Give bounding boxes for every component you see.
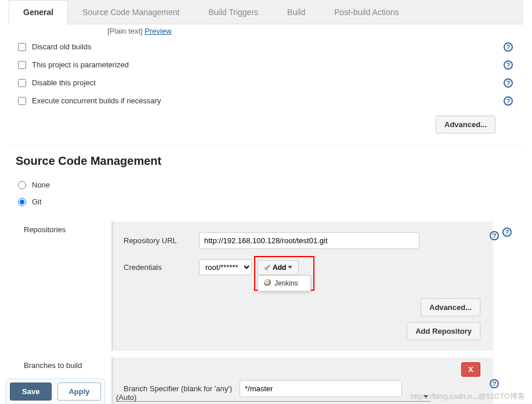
auto-select-visible[interactable]: (Auto)	[116, 393, 136, 402]
credentials-row: Credentials root/****** Add	[124, 259, 483, 275]
repo-url-label: Repository URL	[124, 236, 199, 245]
help-icon[interactable]: ?	[504, 60, 513, 70]
option-discard-old-builds: Discard old builds ?	[9, 38, 523, 56]
scm-none-radio[interactable]	[18, 181, 26, 189]
option-disable-project: Disable this project ?	[9, 74, 523, 92]
delete-branch-row: X	[124, 362, 483, 377]
add-repository-button[interactable]: Add Repository	[407, 322, 480, 340]
disable-checkbox[interactable]	[18, 79, 26, 87]
scm-git-row: Git	[9, 193, 523, 210]
svg-point-0	[265, 267, 267, 269]
repo-advanced-row: Advanced...	[124, 298, 483, 316]
delete-branch-button[interactable]: X	[461, 362, 480, 377]
repositories-content: Repository URL ? Credentials root/******…	[111, 222, 493, 351]
jenkins-label: Jenkins	[274, 279, 298, 287]
repositories-label: Repositories	[16, 222, 111, 351]
credentials-label: Credentials	[124, 263, 199, 272]
key-icon	[264, 264, 271, 271]
scm-none-row: None	[9, 176, 523, 193]
help-icon[interactable]: ?	[504, 78, 513, 88]
option-concurrent-builds: Execute concurrent builds if necessary ?	[9, 92, 523, 110]
add-credentials-button[interactable]: Add	[258, 260, 299, 275]
branch-spec-input[interactable]	[240, 380, 402, 397]
advanced-button[interactable]: Advanced...	[436, 116, 495, 134]
scm-section-title: Source Code Management	[9, 145, 523, 176]
add-repo-row: Add Repository	[124, 322, 483, 340]
credentials-jenkins-option[interactable]: Jenkins	[258, 276, 310, 291]
discard-checkbox[interactable]	[18, 43, 26, 51]
scm-none-label: None	[32, 181, 50, 189]
tab-build-triggers[interactable]: Build Triggers	[194, 0, 273, 24]
advanced-row: Advanced...	[9, 110, 523, 145]
git-form-area: Repositories Repository URL ? Credential…	[9, 222, 523, 404]
repo-advanced-button[interactable]: Advanced...	[421, 298, 480, 316]
help-icon[interactable]: ?	[504, 96, 513, 106]
help-icon[interactable]: ?	[502, 228, 512, 237]
credentials-dropdown: Jenkins	[258, 275, 311, 291]
config-tabs: General Source Code Management Build Tri…	[9, 0, 523, 24]
apply-button[interactable]: Apply	[57, 383, 100, 401]
add-label: Add	[273, 264, 286, 272]
repo-help-col: ?	[493, 222, 516, 351]
parameterized-checkbox[interactable]	[18, 61, 26, 69]
concurrent-label: Execute concurrent builds if necessary	[32, 96, 161, 105]
bottom-bar: Save Apply	[6, 378, 105, 404]
concurrent-checkbox[interactable]	[18, 97, 26, 105]
repositories-block: Repositories Repository URL ? Credential…	[16, 222, 516, 351]
help-icon[interactable]: ?	[504, 42, 513, 52]
repo-url-input[interactable]	[199, 232, 419, 249]
jenkins-icon	[264, 279, 272, 287]
parameterized-label: This project is parameterized	[32, 60, 129, 69]
add-credentials-wrap: Add Jenkins	[258, 260, 299, 275]
watermark: https://blog.csdn.n...@51CTO博客	[411, 391, 525, 402]
disable-label: Disable this project	[32, 78, 96, 87]
tab-build[interactable]: Build	[273, 0, 320, 24]
tab-post-build[interactable]: Post-build Actions	[320, 0, 413, 24]
branch-spec-label: Branch Specifier (blank for 'any')	[124, 384, 240, 393]
content-area: [Plain text] Preview Discard old builds …	[0, 24, 532, 404]
repo-url-row: Repository URL ?	[124, 232, 483, 249]
plain-text-row: [Plain text] Preview	[9, 24, 523, 38]
tab-scm[interactable]: Source Code Management	[68, 0, 194, 24]
scm-git-label: Git	[32, 197, 42, 206]
chevron-down-icon	[288, 266, 292, 269]
preview-link[interactable]: Preview	[144, 27, 171, 35]
option-parameterized: This project is parameterized ?	[9, 56, 523, 74]
tab-general[interactable]: General	[9, 0, 68, 24]
scm-git-radio[interactable]	[18, 198, 26, 206]
save-button[interactable]: Save	[10, 383, 52, 401]
plain-text-label: [Plain text]	[107, 27, 143, 35]
discard-label: Discard old builds	[32, 42, 92, 51]
credentials-select[interactable]: root/******	[199, 259, 252, 275]
